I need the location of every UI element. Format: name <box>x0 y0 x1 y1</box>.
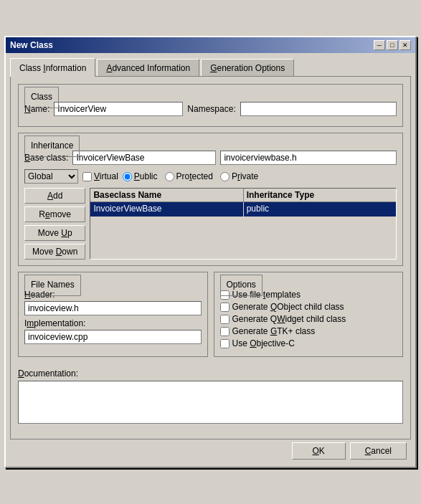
documentation-textarea[interactable] <box>18 381 403 424</box>
use-objective-c-checkbox[interactable] <box>220 339 230 348</box>
inheritance-table-wrapper: Baseclass Name Inheritance Type Invoicer… <box>90 188 397 260</box>
class-name-row: Name: Namespace: <box>24 102 397 116</box>
maximize-button[interactable]: □ <box>387 40 398 50</box>
remove-button[interactable]: Remove <box>24 206 85 222</box>
table-body: InvoicerViewBase public <box>90 202 396 217</box>
generate-gtk-text: Generate GTK+ class <box>232 326 316 336</box>
protected-radio[interactable] <box>165 172 174 181</box>
tab-bar: Class Information Advanced Information G… <box>10 57 411 76</box>
inheritance-options-row: Global Local Protected Private Virtual P… <box>24 169 397 184</box>
table-row[interactable]: InvoicerViewBase public <box>90 202 396 217</box>
virtual-checkbox[interactable] <box>82 172 92 181</box>
generate-qwidget-label[interactable]: Generate QWidget child class <box>220 314 397 324</box>
bottom-section: File Names Header: Implementation: Optio… <box>18 272 403 363</box>
base-file-input[interactable] <box>220 151 397 165</box>
window-title: New Class <box>10 40 53 50</box>
generate-qobject-checkbox[interactable] <box>220 303 230 312</box>
ok-button[interactable]: OK <box>292 442 346 460</box>
use-objective-c-label[interactable]: Use Objective-C <box>220 338 397 348</box>
minimize-button[interactable]: ─ <box>374 40 385 50</box>
baseclass-name-cell: InvoicerViewBase <box>90 202 243 217</box>
options-group: Options Use file templates Generate QObj… <box>214 272 404 357</box>
public-radio[interactable] <box>123 172 132 181</box>
public-radio-label[interactable]: Public <box>123 171 158 181</box>
tab-class-information-label: Class Information <box>19 63 86 73</box>
tab-class-information[interactable]: Class Information <box>10 58 95 77</box>
generate-gtk-checkbox[interactable] <box>220 327 230 336</box>
use-objective-c-text: Use Objective-C <box>232 338 295 348</box>
class-group: Class Name: Namespace: <box>18 84 403 127</box>
col-inheritance-type: Inheritance Type <box>244 189 396 201</box>
implementation-file-row: Implementation: <box>24 318 202 344</box>
tab-panel: Class Name: Namespace: Inheritance Base … <box>10 76 411 439</box>
file-names-group: File Names Header: Implementation: <box>18 272 208 357</box>
file-names-legend: File Names <box>24 275 81 296</box>
base-class-row: Base class: <box>24 151 397 165</box>
header-input[interactable] <box>24 301 202 315</box>
generate-qwidget-checkbox[interactable] <box>220 315 230 324</box>
name-input[interactable] <box>54 102 183 116</box>
private-radio[interactable] <box>220 172 230 181</box>
inheritance-group: Inheritance Base class: Global Local Pro… <box>18 133 403 266</box>
documentation-section: Documentation: <box>18 369 403 426</box>
close-button[interactable]: ✕ <box>399 40 411 50</box>
inheritance-table-container: Add Remove Move Up Move Down Baseclass N… <box>24 188 397 260</box>
virtual-checkbox-label[interactable]: Virtual <box>82 171 118 181</box>
protected-radio-label[interactable]: Protected <box>165 171 213 181</box>
tab-advanced-information[interactable]: Advanced Information <box>97 59 199 76</box>
window-body: Class Information Advanced Information G… <box>6 53 415 467</box>
dialog-buttons: OK Cancel <box>10 439 411 462</box>
scope-select[interactable]: Global Local Protected Private <box>24 169 78 184</box>
table-header: Baseclass Name Inheritance Type <box>90 189 396 202</box>
namespace-input[interactable] <box>240 102 397 116</box>
col-baseclass-name: Baseclass Name <box>90 189 243 201</box>
protected-label: Protected <box>176 171 213 181</box>
tab-generation-options[interactable]: Generation Options <box>201 59 294 76</box>
window-controls: ─ □ ✕ <box>374 40 411 50</box>
namespace-label: Namespace: <box>187 104 235 114</box>
base-class-input[interactable] <box>72 151 216 165</box>
generate-gtk-label[interactable]: Generate GTK+ class <box>220 326 397 336</box>
options-legend: Options <box>220 275 262 296</box>
inheritance-type-cell: public <box>244 202 396 217</box>
add-button[interactable]: Add <box>24 188 85 204</box>
tab-advanced-information-label: Advanced Information <box>106 63 190 73</box>
implementation-input[interactable] <box>24 330 202 344</box>
documentation-label: Documentation: <box>18 369 403 379</box>
new-class-dialog: New Class ─ □ ✕ Class Information Advanc… <box>4 36 417 468</box>
private-radio-label[interactable]: Private <box>220 171 258 181</box>
generate-qwidget-text: Generate QWidget child class <box>232 314 346 324</box>
private-label: Private <box>232 171 258 181</box>
generate-qobject-label[interactable]: Generate QObject child class <box>220 302 397 312</box>
title-bar: New Class ─ □ ✕ <box>6 37 415 53</box>
move-down-button[interactable]: Move Down <box>24 244 85 260</box>
class-group-legend: Class <box>24 87 59 108</box>
cancel-button[interactable]: Cancel <box>350 442 407 460</box>
move-up-button[interactable]: Move Up <box>24 225 85 241</box>
implementation-label: Implementation: <box>24 318 202 328</box>
inheritance-group-legend: Inheritance <box>24 135 80 157</box>
access-radio-group: Public Protected Private <box>123 171 258 181</box>
public-label: Public <box>134 171 158 181</box>
virtual-label: Virtual <box>94 171 118 181</box>
table-buttons: Add Remove Move Up Move Down <box>24 188 85 260</box>
tab-generation-options-label: Generation Options <box>210 63 285 73</box>
generate-qobject-text: Generate QObject child class <box>232 302 344 312</box>
